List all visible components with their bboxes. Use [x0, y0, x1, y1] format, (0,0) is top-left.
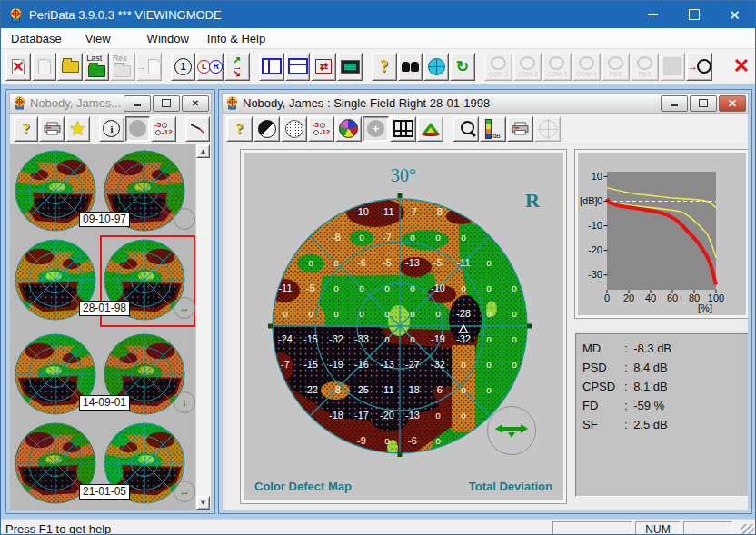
numeric-values-button[interactable]: -5 -12	[308, 116, 334, 142]
svg-text:[%]: [%]	[698, 302, 712, 313]
overview-help-button[interactable]: ?	[14, 116, 38, 142]
tile-horizontal-button[interactable]	[285, 53, 311, 81]
svg-text:o: o	[384, 334, 390, 344]
close-database-button[interactable]: ✕	[5, 53, 31, 81]
menubar: Database View Window Info & Help	[1, 28, 755, 49]
overview-values-button[interactable]: -5 -12	[151, 116, 175, 142]
scale-button[interactable]: dB	[480, 116, 506, 142]
thumbnail-scrollbar[interactable]: ▲ ▼	[195, 144, 211, 510]
hill-of-vision-button[interactable]	[417, 116, 443, 142]
svg-text:-7: -7	[281, 359, 290, 370]
left-right-button[interactable]: L R	[196, 53, 224, 81]
app-close-button[interactable]: ✕	[714, 1, 755, 28]
field-maximize-button[interactable]	[690, 95, 717, 112]
com1-button[interactable]: COM 1	[484, 53, 512, 81]
red-cross-icon: ✕	[12, 58, 24, 75]
menu-window[interactable]: Window	[139, 30, 197, 47]
field-minimize-button[interactable]	[661, 95, 688, 112]
com3-button[interactable]: COM 3	[542, 53, 571, 81]
svg-text:o: o	[512, 283, 517, 293]
overview-info-button[interactable]: i	[99, 116, 124, 142]
cascade-button[interactable]: ⇄	[311, 53, 336, 81]
menu-database[interactable]: Database	[3, 30, 70, 47]
open-button[interactable]	[57, 53, 83, 81]
tile-vertical-button[interactable]	[259, 53, 284, 81]
svg-text:-6: -6	[357, 257, 366, 268]
scroll-down-button[interactable]: ▼	[196, 496, 210, 510]
web-button[interactable]	[423, 53, 449, 81]
open-result-button[interactable]: Res	[110, 53, 135, 81]
color-map-button[interactable]	[335, 116, 362, 142]
svg-text:o: o	[410, 334, 415, 344]
printer-icon	[512, 122, 529, 135]
new-record-button[interactable]	[32, 53, 57, 81]
svg-text:-28: -28	[456, 308, 471, 319]
zoom-button[interactable]	[453, 116, 479, 142]
exam-thumbnail-list: 09-10-97 28-01-98 ↔ 14-09-01 ↓ 21-01-05 …	[9, 144, 212, 510]
perimeter-device-icon: COM 2	[518, 56, 538, 77]
last-folder-icon	[88, 65, 105, 77]
maximize-icon	[689, 9, 700, 20]
crosshair-circle-icon	[539, 120, 557, 138]
svg-text:o: o	[435, 436, 441, 446]
swap-fields-button[interactable]: ↗→↘	[224, 53, 250, 81]
resize-grip[interactable]	[741, 524, 754, 535]
svg-text:-8: -8	[433, 206, 443, 217]
svg-text:-18: -18	[405, 384, 420, 395]
pattern-map-button[interactable]	[281, 116, 307, 142]
help-button[interactable]: ?	[372, 53, 397, 81]
refresh-button[interactable]: ↻	[450, 53, 475, 81]
scroll-up-button[interactable]: ▲	[196, 144, 210, 158]
gaze-direction-icon	[487, 406, 536, 455]
exam-date-label: 21-01-05	[79, 484, 130, 500]
open-last-button[interactable]: Last	[84, 53, 109, 81]
exit-button[interactable]: ✕	[729, 53, 754, 81]
svg-text:-15: -15	[303, 333, 318, 344]
svg-text:-13: -13	[405, 410, 420, 421]
svg-text:o: o	[435, 411, 441, 421]
menu-view[interactable]: View	[77, 30, 119, 47]
defect-map-button[interactable]: +	[363, 116, 389, 142]
file-import-button[interactable]: FILE	[602, 53, 630, 81]
arrow-right-icon: →	[137, 61, 147, 72]
screen-icon	[341, 60, 360, 74]
single-view-button[interactable]: 1	[171, 53, 196, 81]
overview-close-button[interactable]: ✕	[182, 95, 209, 112]
close-icon: ✕	[729, 8, 741, 22]
overview-maximize-button[interactable]	[153, 95, 180, 112]
binoculars-icon	[402, 62, 419, 72]
overview-minimize-button[interactable]	[124, 95, 151, 112]
search-button[interactable]	[398, 53, 423, 81]
fixation-button[interactable]	[534, 116, 561, 142]
com4-button[interactable]: COM 4	[572, 53, 601, 81]
exam-date-label: 09-10-97	[79, 212, 130, 227]
com2-button[interactable]: COM 2	[513, 53, 542, 81]
send-record-button[interactable]: →	[136, 53, 162, 81]
svg-text:-16: -16	[354, 359, 369, 370]
grayscale-map-button[interactable]	[254, 116, 280, 142]
values-icon: -5 -12	[154, 122, 173, 136]
app-maximize-button[interactable]	[673, 1, 714, 28]
help-icon: ?	[380, 57, 388, 76]
overview-trend-button[interactable]	[185, 116, 210, 142]
app-logo-icon	[8, 7, 24, 23]
app-minimize-button[interactable]	[632, 1, 673, 28]
overview-titlebar[interactable]: Nobody, James... ✕	[9, 93, 212, 114]
deviation-mode-label: Total Deviation	[469, 480, 552, 493]
svg-text:-20: -20	[588, 244, 602, 255]
svg-text:o: o	[359, 309, 364, 319]
single-field-titlebar[interactable]: Nobody, James : Single Field Right 28-01…	[222, 93, 749, 114]
overview-graymap-button[interactable]	[125, 116, 150, 142]
field-close-button[interactable]: ✕	[719, 95, 746, 112]
viewing-mode-button[interactable]: →	[686, 53, 712, 81]
table-view-button[interactable]	[390, 116, 416, 142]
dotted-circle-icon	[285, 120, 303, 138]
field-help-button[interactable]: ?	[226, 116, 253, 142]
overview-print-button[interactable]	[39, 116, 64, 142]
menu-info-help[interactable]: Info & Help	[199, 30, 274, 47]
file-export-button[interactable]: FILE	[631, 53, 659, 81]
field-print-button[interactable]	[507, 116, 533, 142]
fullscreen-button[interactable]	[337, 53, 363, 81]
overview-favorite-button[interactable]: ★	[65, 116, 90, 142]
svg-text:o: o	[486, 385, 492, 395]
